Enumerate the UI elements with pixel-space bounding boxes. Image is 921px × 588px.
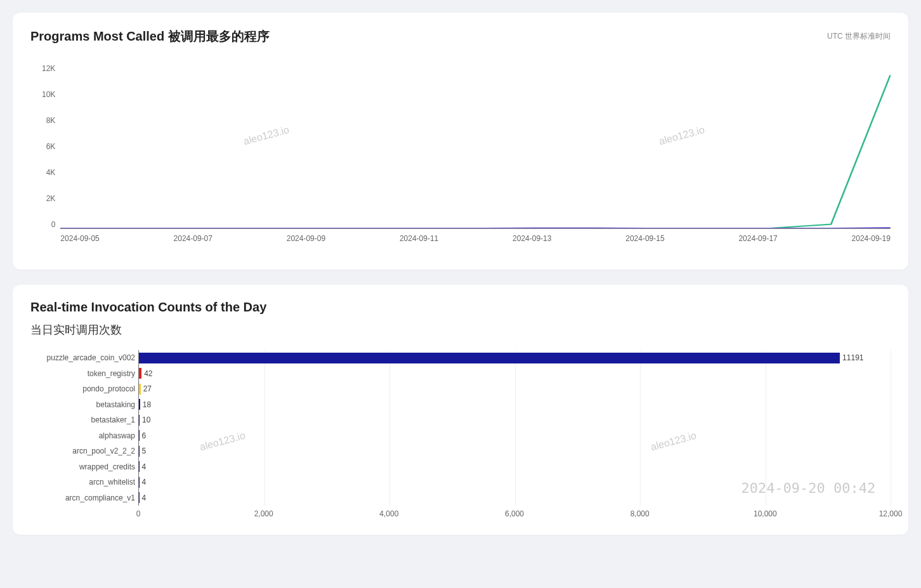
- bar-label: alphaswap: [99, 431, 139, 440]
- x-tick: 2024-09-09: [287, 234, 325, 243]
- card-programs-most-called: Programs Most Called 被调用最多的程序 UTC 世界标准时间…: [13, 13, 908, 270]
- bar-row: arcn_whitelist4: [139, 474, 891, 490]
- bar-fill: [139, 399, 140, 410]
- bar-x-tick: 0: [136, 509, 141, 518]
- bar-x-tick: 6,000: [505, 509, 524, 518]
- bar-row: wrapped_credits4: [139, 459, 891, 475]
- bar-fill: [139, 415, 140, 426]
- bar-x-tick: 12,000: [879, 509, 903, 518]
- bar-label: wrapped_credits: [79, 462, 139, 471]
- y-tick: 10K: [42, 90, 55, 99]
- card-note-utc: UTC 世界标准时间: [827, 31, 891, 42]
- bar-row: alphaswap6: [139, 428, 891, 444]
- y-tick: 4K: [46, 168, 56, 177]
- card-subtitle: 当日实时调用次数: [30, 322, 891, 337]
- bar-value: 4: [141, 493, 146, 502]
- bar-rows: aleo123.io aleo123.io 2024-09-20 00:42 p…: [138, 350, 891, 506]
- x-tick: 2024-09-17: [738, 234, 777, 243]
- bar-row: puzzle_arcade_coin_v00211191: [139, 350, 891, 366]
- bar-x-tick: 8,000: [630, 509, 650, 518]
- bar-value: 10: [142, 415, 150, 424]
- x-tick: 2024-09-13: [513, 234, 551, 243]
- bar-fill: [139, 384, 141, 395]
- bar-x-tick: 10,000: [754, 509, 777, 518]
- bar-label: arcn_compliance_v1: [65, 493, 139, 502]
- bar-value: 18: [143, 400, 151, 409]
- bar-value: 6: [142, 431, 147, 440]
- y-tick: 2K: [46, 194, 56, 203]
- x-tick: 2024-09-11: [400, 234, 438, 243]
- line-series: [60, 228, 891, 228]
- bar-row: betastaker_110: [139, 412, 891, 428]
- bar-value: 5: [141, 447, 146, 455]
- card-title: Programs Most Called 被调用最多的程序: [30, 28, 270, 45]
- bar-chart[interactable]: aleo123.io aleo123.io 2024-09-20 00:42 p…: [30, 350, 891, 519]
- bar-label: token_registry: [88, 369, 139, 378]
- grid-line: [891, 350, 891, 506]
- y-tick: 8K: [46, 116, 56, 125]
- bar-label: arcn_pool_v2_2_2: [72, 447, 139, 455]
- bar-fill: [139, 353, 840, 363]
- bar-value: 4: [141, 462, 146, 471]
- card-realtime-invocation: Real-time Invocation Counts of the Day 当…: [13, 285, 908, 535]
- line-plot-area: aleo123.io aleo123.io: [60, 64, 891, 229]
- bar-row: pondo_protocol27: [139, 381, 891, 397]
- line-series: [60, 75, 891, 228]
- bar-value: 42: [144, 369, 152, 378]
- bar-row: token_registry42: [139, 366, 891, 382]
- bar-row: arcn_compliance_v14: [139, 490, 891, 506]
- x-tick: 2024-09-19: [852, 234, 891, 243]
- card-title: Real-time Invocation Counts of the Day: [30, 300, 891, 315]
- line-y-axis: 12K10K8K6K4K2K0: [42, 64, 60, 229]
- bar-label: betastaker_1: [91, 415, 139, 424]
- y-tick: 0: [51, 220, 56, 229]
- x-tick: 2024-09-05: [60, 234, 99, 243]
- bar-value: 11191: [842, 353, 863, 362]
- card-header: Programs Most Called 被调用最多的程序 UTC 世界标准时间: [30, 28, 891, 45]
- x-tick: 2024-09-07: [174, 234, 212, 243]
- bar-fill: [139, 430, 140, 441]
- bar-x-axis: 02,0004,0006,0008,00010,00012,000: [138, 509, 891, 519]
- y-tick: 12K: [42, 64, 55, 73]
- bar-label: puzzle_arcade_coin_v002: [47, 353, 139, 362]
- bar-value: 4: [141, 478, 146, 487]
- bar-x-tick: 2,000: [254, 509, 273, 518]
- line-x-axis: 2024-09-052024-09-072024-09-092024-09-11…: [60, 234, 891, 243]
- line-svg: [60, 64, 891, 228]
- bar-row: betastaking18: [139, 397, 891, 413]
- bar-label: pondo_protocol: [82, 384, 139, 393]
- bar-value: 27: [143, 384, 152, 393]
- line-chart[interactable]: 12K10K8K6K4K2K0 aleo123.io aleo123.io 20…: [42, 64, 891, 254]
- bar-label: arcn_whitelist: [89, 478, 139, 487]
- bar-x-tick: 4,000: [379, 509, 398, 518]
- bar-label: betastaking: [96, 400, 139, 409]
- bar-fill: [139, 368, 141, 379]
- x-tick: 2024-09-15: [625, 234, 664, 243]
- bar-row: arcn_pool_v2_2_25: [139, 443, 891, 459]
- y-tick: 6K: [46, 142, 56, 151]
